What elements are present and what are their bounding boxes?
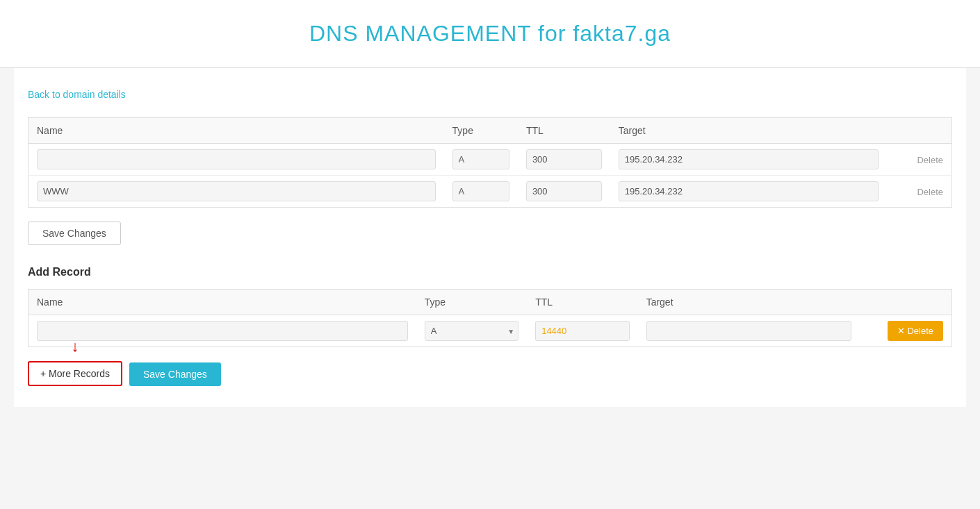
delete-record-1-link[interactable]: Delete [917, 155, 943, 165]
col-header-name: Name [28, 118, 444, 144]
record-target-input-1[interactable] [619, 149, 879, 169]
record-name-input-2[interactable] [37, 181, 436, 201]
add-record-row: A AAAA CNAME MX TXT NS SRV ▼ [28, 315, 952, 347]
col-header-ttl: TTL [518, 118, 610, 144]
more-records-wrapper: ↓ + More Records [28, 361, 122, 386]
delete-record-2-link[interactable]: Delete [917, 187, 943, 197]
add-col-header-name: Name [28, 290, 416, 315]
add-col-header-action [860, 290, 952, 315]
col-header-action [887, 118, 952, 144]
col-header-type: Type [444, 118, 518, 144]
record-name-input-1[interactable] [37, 149, 436, 169]
add-col-header-target: Target [638, 290, 860, 315]
record-type-input-2[interactable] [452, 181, 509, 201]
bottom-actions: ↓ + More Records Save Changes [28, 361, 952, 386]
record-type-input-1[interactable] [452, 149, 509, 169]
new-record-ttl-input[interactable] [535, 321, 629, 341]
new-record-type-wrapper: A AAAA CNAME MX TXT NS SRV ▼ [425, 321, 518, 341]
existing-records-table: Name Type TTL Target [28, 117, 952, 208]
page-header: DNS MANAGEMENT for fakta7.ga [0, 0, 980, 68]
back-to-domain-link[interactable]: Back to domain details [28, 89, 126, 100]
save-changes-top-button[interactable]: Save Changes [28, 222, 121, 245]
add-record-title: Add Record [28, 266, 952, 278]
arrow-down-icon: ↓ [71, 339, 79, 354]
record-ttl-input-2[interactable] [526, 181, 602, 201]
delete-new-record-button[interactable]: ✕ Delete [888, 321, 943, 341]
record-target-input-2[interactable] [619, 181, 879, 201]
new-record-target-input[interactable] [646, 321, 851, 341]
add-col-header-ttl: TTL [527, 290, 637, 315]
main-content: Back to domain details Name Type TTL Tar… [14, 68, 966, 407]
col-header-target: Target [610, 118, 888, 144]
more-records-button[interactable]: + More Records [28, 361, 122, 386]
new-record-type-select[interactable]: A AAAA CNAME MX TXT NS SRV [425, 321, 518, 341]
table-row: Delete [28, 144, 952, 176]
save-changes-bottom-button[interactable]: Save Changes [129, 362, 221, 386]
record-ttl-input-1[interactable] [526, 149, 602, 169]
table-row: Delete [28, 176, 952, 208]
new-record-name-input[interactable] [37, 321, 408, 341]
add-col-header-type: Type [416, 290, 527, 315]
page-title: DNS MANAGEMENT for fakta7.ga [14, 21, 966, 47]
add-record-table: Name Type TTL Target A AAAA CNAME [28, 289, 952, 347]
